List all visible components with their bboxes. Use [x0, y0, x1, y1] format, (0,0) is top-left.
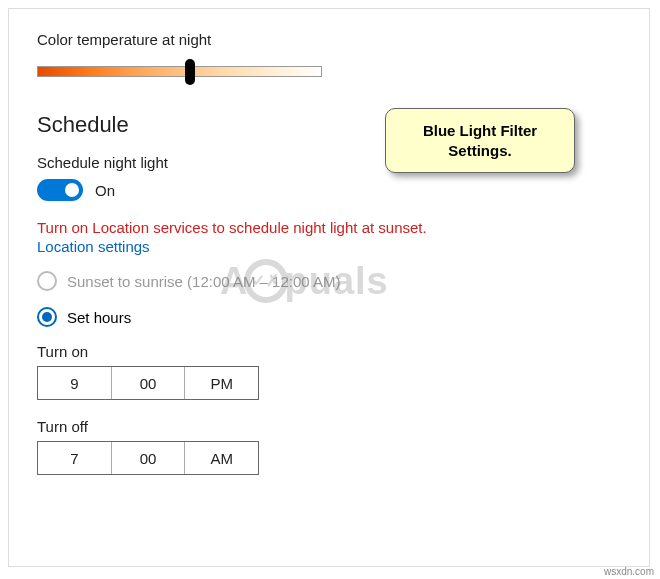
- slider-thumb[interactable]: [185, 59, 195, 85]
- turn-on-label: Turn on: [37, 343, 621, 360]
- schedule-toggle[interactable]: [37, 179, 83, 201]
- source-tag: wsxdn.com: [604, 566, 654, 577]
- annotation-callout: Blue Light Filter Settings.: [385, 108, 575, 173]
- radio-hours-row[interactable]: Set hours: [37, 307, 621, 327]
- toggle-state-label: On: [95, 182, 115, 199]
- radio-hours-label: Set hours: [67, 309, 131, 326]
- turn-on-hour[interactable]: 9: [38, 367, 112, 399]
- color-temp-label: Color temperature at night: [37, 31, 621, 48]
- turn-off-period[interactable]: AM: [185, 442, 258, 474]
- radio-sunset-label: Sunset to sunrise (12:00 AM – 12:00 AM): [67, 273, 341, 290]
- turn-off-hour[interactable]: 7: [38, 442, 112, 474]
- turn-off-group: Turn off 7 00 AM: [37, 418, 621, 475]
- slider-track: [37, 66, 322, 77]
- color-temp-slider[interactable]: [37, 60, 322, 84]
- toggle-row: On: [37, 179, 621, 201]
- radio-sunset-row: Sunset to sunrise (12:00 AM – 12:00 AM): [37, 271, 621, 291]
- radio-sunset: [37, 271, 57, 291]
- turn-off-time[interactable]: 7 00 AM: [37, 441, 259, 475]
- turn-off-minute[interactable]: 00: [112, 442, 186, 474]
- turn-on-minute[interactable]: 00: [112, 367, 186, 399]
- turn-on-time[interactable]: 9 00 PM: [37, 366, 259, 400]
- location-settings-link[interactable]: Location settings: [37, 238, 621, 255]
- turn-off-label: Turn off: [37, 418, 621, 435]
- turn-on-period[interactable]: PM: [185, 367, 258, 399]
- callout-text: Blue Light Filter Settings.: [396, 121, 564, 160]
- toggle-knob: [65, 183, 79, 197]
- settings-panel: Color temperature at night Schedule Sche…: [8, 8, 650, 567]
- radio-set-hours[interactable]: [37, 307, 57, 327]
- location-error: Turn on Location services to schedule ni…: [37, 219, 621, 236]
- turn-on-group: Turn on 9 00 PM: [37, 343, 621, 400]
